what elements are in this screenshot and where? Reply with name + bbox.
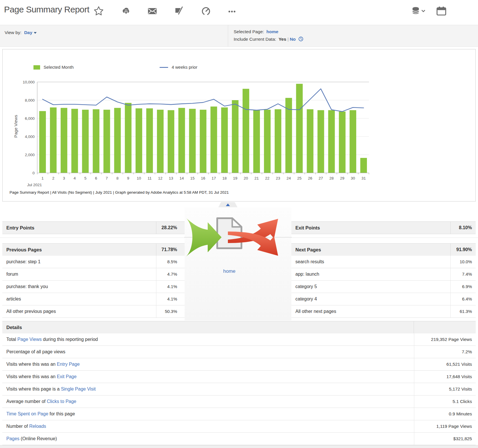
table-row: articles4.1% (2, 293, 185, 305)
row-value: 17,648 Visits (414, 371, 476, 383)
x-tick-label: 15 (190, 176, 194, 180)
email-icon[interactable] (146, 5, 159, 17)
favorite-star-icon[interactable] (92, 5, 105, 17)
bottom-strip (0, 445, 478, 448)
x-tick-label: 22 (265, 176, 269, 180)
annotate-icon[interactable] (173, 5, 185, 17)
details-title: Details (2, 321, 414, 333)
dashboard-gauge-icon[interactable] (200, 5, 212, 17)
table-row: category 56.9% (291, 281, 476, 293)
chevron-down-icon[interactable] (34, 32, 37, 34)
page-link[interactable]: category 5 (291, 281, 450, 293)
row-value: $321,825 (414, 433, 476, 445)
x-tick-label: 27 (319, 176, 323, 180)
legend-line-label: 4 weeks prior (172, 65, 197, 70)
row-value: 5,172 Visits (414, 383, 476, 395)
details-table: Total Page Views during this reporting p… (2, 333, 476, 445)
metric-link[interactable]: Page Views (17, 337, 42, 342)
current-data-clock-icon[interactable] (298, 36, 303, 42)
y-tick-label: 10,000 (23, 80, 35, 84)
label-text: Visits where this page is a (6, 387, 61, 391)
row-label: All other previous pages (2, 305, 156, 318)
page-link[interactable]: articles (2, 293, 156, 305)
row-label: Visits where this was an Entry Page (2, 358, 414, 370)
x-tick-label: 30 (351, 176, 355, 180)
row-value: 1,119 Page Views (414, 420, 476, 432)
metric-link[interactable]: Entry Page (57, 362, 80, 367)
page-link[interactable]: purchase: thank you (2, 281, 156, 293)
report-suite-database-icon[interactable] (410, 5, 428, 17)
label-text: Number of (6, 424, 29, 429)
next-pages-table: search results10.0%app: launch7.4%catego… (291, 256, 476, 318)
bar (360, 158, 367, 173)
view-by-selector[interactable]: Day (24, 30, 32, 35)
bar (104, 110, 110, 173)
x-tick-label: 28 (329, 176, 334, 180)
calendar-icon[interactable] (435, 5, 448, 17)
bar (328, 110, 335, 173)
table-row: Visits where this page is a Single Page … (2, 383, 476, 395)
label-text: (Online Revenue) (19, 436, 57, 441)
page-link[interactable]: search results (291, 256, 450, 268)
exit-points-value: 8.10% (450, 222, 476, 234)
bar (221, 107, 228, 173)
table-row: Total Page Views during this reporting p… (2, 333, 476, 346)
bar (82, 110, 89, 173)
page-link[interactable]: app: launch (291, 268, 450, 280)
download-icon[interactable] (119, 5, 132, 17)
bar (189, 109, 196, 173)
x-tick-label: 12 (158, 176, 162, 180)
bar (71, 109, 78, 173)
include-yes-option[interactable]: Yes (279, 37, 286, 42)
label-text: Visits where this was an (6, 362, 57, 367)
metric-link[interactable]: Reloads (29, 424, 46, 429)
x-tick-label: 16 (201, 176, 205, 180)
previous-pages-link[interactable]: Previous Pages (2, 244, 156, 256)
page-link[interactable]: category 4 (291, 293, 450, 305)
row-value: 61,521 Visits (414, 358, 476, 370)
page-link[interactable]: purchase: step 1 (2, 256, 156, 268)
selected-page-link[interactable]: home (266, 29, 278, 34)
bar (339, 111, 346, 173)
next-pages-link[interactable]: Next Pages (291, 244, 450, 256)
metric-link[interactable]: Pages (6, 436, 19, 441)
filter-bar: View by: Day Selected Page: home Include… (0, 25, 478, 47)
label-text: Total (6, 337, 17, 342)
bar (350, 110, 356, 173)
page-link[interactable]: forum (2, 268, 156, 280)
metric-link[interactable]: Single Page Visit (61, 387, 96, 391)
row-value: 4.1% (156, 293, 185, 305)
x-tick-label: 3 (63, 176, 65, 180)
collapse-graph-tab[interactable] (218, 202, 237, 207)
bar (157, 110, 164, 173)
x-tick-label: 31 (361, 176, 366, 180)
chart-panel: Selected Month 4 weeks prior Page Views … (2, 49, 476, 201)
x-tick-label: 26 (308, 176, 312, 180)
metric-link[interactable]: Exit Page (57, 374, 76, 379)
exit-points-header: Exit Points 8.10% (291, 221, 476, 234)
bar (50, 107, 57, 173)
legend-line-swatch (160, 67, 168, 68)
exit-points-label: Exit Points (291, 222, 450, 234)
bar (93, 109, 100, 173)
row-value: 6.9% (450, 281, 476, 293)
y-tick-label: 4,000 (25, 135, 35, 139)
x-tick-label: 7 (106, 176, 108, 180)
metric-link[interactable]: Clicks to Page (47, 399, 76, 404)
include-no-option[interactable]: No (290, 37, 296, 42)
bar (114, 108, 121, 173)
metric-link[interactable]: Time Spent on Page (6, 411, 48, 416)
bar (39, 111, 46, 173)
bar (211, 107, 217, 173)
x-tick-label: 23 (276, 176, 280, 180)
more-options-icon[interactable] (226, 5, 238, 17)
row-value: 8.5% (156, 256, 185, 268)
row-value: 50.3% (156, 305, 185, 318)
x-tick-label: 10 (137, 176, 141, 180)
row-value: 7.2% (414, 346, 476, 358)
selected-page-name[interactable]: home (185, 268, 274, 274)
entry-points-value: 28.22% (156, 222, 185, 234)
y-tick-label: 6,000 (25, 116, 35, 121)
table-row: Percentage of all page views7.2% (2, 346, 476, 358)
table-row: category 46.4% (291, 293, 476, 305)
